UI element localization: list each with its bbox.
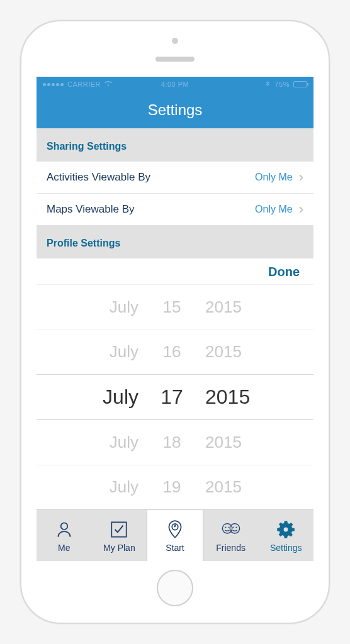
phone-speaker xyxy=(155,57,195,62)
carrier-label: CARRIER xyxy=(67,80,101,88)
svg-point-5 xyxy=(228,526,229,528)
picker-row[interactable]: July 15 2015 xyxy=(37,285,313,329)
svg-point-2 xyxy=(222,523,232,533)
phone-frame: CARRIER 4:00 PM 75% Settings Sharing Set… xyxy=(20,20,330,624)
picker-year: 2015 xyxy=(205,297,262,317)
page-header: Settings xyxy=(37,92,313,128)
picker-day: 18 xyxy=(156,433,188,452)
tab-label: My Plan xyxy=(103,543,135,553)
gear-icon xyxy=(275,519,296,540)
person-icon xyxy=(54,519,75,540)
picker-year: 2015 xyxy=(205,386,262,409)
tab-me[interactable]: Me xyxy=(37,510,92,561)
bluetooth-icon xyxy=(264,80,271,89)
picker-toolbar: Done xyxy=(37,258,313,285)
tab-bar: Me My Plan Start Friends xyxy=(37,509,313,561)
picker-day: 15 xyxy=(156,297,188,317)
svg-point-6 xyxy=(232,526,234,528)
tab-my-plan[interactable]: My Plan xyxy=(92,510,147,561)
picker-month: July xyxy=(88,342,138,362)
picker-row[interactable]: July 18 2015 xyxy=(37,419,313,464)
row-label: Maps Viewable By xyxy=(47,203,135,216)
home-button[interactable] xyxy=(157,570,193,606)
date-picker[interactable]: Done July 15 2015 July 16 2015 July xyxy=(37,258,313,509)
svg-rect-0 xyxy=(112,522,127,536)
svg-point-4 xyxy=(225,526,226,528)
picker-month: July xyxy=(88,297,138,317)
section-header-sharing: Sharing Settings xyxy=(37,128,313,161)
tab-start[interactable]: Start xyxy=(147,509,203,561)
status-bar: CARRIER 4:00 PM 75% xyxy=(37,77,313,92)
status-left: CARRIER xyxy=(43,80,112,89)
svg-point-7 xyxy=(235,526,237,528)
checkbox-icon xyxy=(108,519,130,540)
done-button[interactable]: Done xyxy=(268,265,300,279)
row-activities-viewable[interactable]: Activities Viewable By Only Me › xyxy=(37,161,313,194)
battery-icon xyxy=(293,81,307,87)
picker-year: 2015 xyxy=(205,477,262,497)
picker-day: 17 xyxy=(156,386,188,409)
picker-row-selected[interactable]: July 17 2015 xyxy=(37,374,313,419)
tab-label: Settings xyxy=(270,543,302,553)
picker-row[interactable]: July 16 2015 xyxy=(37,329,313,374)
wifi-icon xyxy=(104,80,112,89)
battery-percent: 75% xyxy=(274,80,290,88)
picker-body[interactable]: July 15 2015 July 16 2015 July 17 2015 xyxy=(37,285,313,509)
row-maps-viewable[interactable]: Maps Viewable By Only Me › xyxy=(37,193,313,226)
tab-label: Friends xyxy=(216,543,246,553)
picker-month: July xyxy=(88,433,138,452)
chevron-right-icon: › xyxy=(299,203,303,216)
picker-month: July xyxy=(88,386,138,409)
row-value: Only Me xyxy=(255,204,293,215)
screen: CARRIER 4:00 PM 75% Settings Sharing Set… xyxy=(37,77,313,561)
svg-point-8 xyxy=(284,527,288,531)
svg-point-3 xyxy=(230,523,239,533)
picker-month: July xyxy=(88,477,138,497)
tab-label: Start xyxy=(166,543,184,553)
chevron-right-icon: › xyxy=(299,170,303,184)
section-header-profile: Profile Settings xyxy=(37,225,313,258)
row-value: Only Me xyxy=(255,172,293,183)
location-pin-icon xyxy=(164,519,186,540)
picker-day: 19 xyxy=(156,477,188,497)
picker-row[interactable]: July 19 2015 xyxy=(37,465,313,509)
picker-year: 2015 xyxy=(205,342,262,362)
picker-day: 16 xyxy=(156,342,188,362)
phone-sensor xyxy=(172,38,178,44)
friends-icon xyxy=(220,519,242,540)
status-right: 75% xyxy=(264,80,307,89)
picker-year: 2015 xyxy=(205,433,262,452)
tab-friends[interactable]: Friends xyxy=(203,510,259,561)
row-label: Activities Viewable By xyxy=(47,171,150,184)
tab-settings[interactable]: Settings xyxy=(258,510,313,561)
signal-dots-icon xyxy=(43,83,64,86)
tab-label: Me xyxy=(58,543,70,553)
page-title: Settings xyxy=(148,101,203,119)
